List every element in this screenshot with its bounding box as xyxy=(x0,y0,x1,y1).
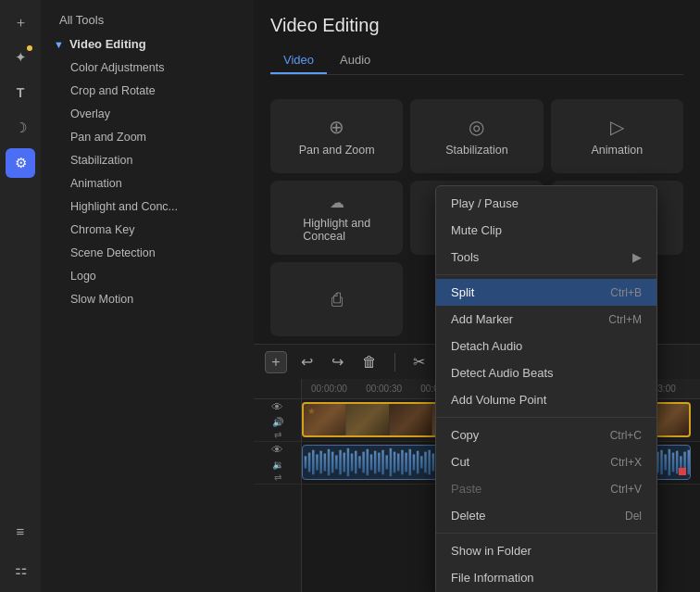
ctx-detach-audio[interactable]: Detach Audio xyxy=(436,333,656,359)
svg-rect-30 xyxy=(420,456,423,468)
ctx-show-folder[interactable]: Show in Folder xyxy=(436,537,656,564)
ctx-detach-audio-label: Detach Audio xyxy=(451,339,522,353)
color-adj-label: Color Adjustments xyxy=(70,61,164,74)
svg-rect-95 xyxy=(672,453,675,472)
svg-rect-14 xyxy=(358,456,361,468)
nav-pan-zoom[interactable]: Pan and Zoom xyxy=(44,126,250,148)
redo-button[interactable]: ↪ xyxy=(327,350,348,373)
cut-button[interactable]: ✂ xyxy=(408,350,430,373)
tool-pan-zoom[interactable]: ⊕ Pan and Zoom xyxy=(270,99,403,173)
svg-rect-20 xyxy=(381,450,384,475)
ctx-cut[interactable]: Cut Ctrl+X xyxy=(436,448,656,475)
svg-rect-9 xyxy=(339,450,342,475)
ctx-add-volume[interactable]: Add Volume Point xyxy=(436,386,656,413)
ctx-file-info[interactable]: File Information xyxy=(436,564,656,591)
page-title: Video Editing xyxy=(270,15,683,36)
svg-rect-27 xyxy=(409,449,412,475)
ctx-detect-beats[interactable]: Detect Audio Beats xyxy=(436,359,656,386)
toolbar-divider-1 xyxy=(394,353,395,372)
list-icon-btn[interactable]: ≡ xyxy=(6,516,35,546)
svg-rect-32 xyxy=(428,450,431,475)
nav-scene[interactable]: Scene Detection xyxy=(44,242,250,264)
undo-button[interactable]: ↩ xyxy=(296,350,318,373)
add-track-button[interactable]: + xyxy=(265,351,287,373)
track1-eye[interactable]: 👁 xyxy=(271,400,283,414)
ctx-cut-shortcut: Ctrl+X xyxy=(610,456,642,469)
ctx-sep-3 xyxy=(436,533,656,534)
ctx-split[interactable]: Split Ctrl+B xyxy=(436,279,656,306)
svg-rect-23 xyxy=(394,452,396,473)
ctx-delete-label: Delete xyxy=(451,509,486,523)
nav-color-adj[interactable]: Color Adjustments xyxy=(44,57,250,79)
svg-rect-92 xyxy=(660,450,663,475)
nav-crop-rotate[interactable]: Crop and Rotate xyxy=(44,80,250,102)
ctx-delete-shortcut: Del xyxy=(625,510,642,523)
all-tools-label: All Tools xyxy=(59,13,104,27)
ctx-paste-label: Paste xyxy=(451,482,481,496)
tool-stamp[interactable]: ⎙ xyxy=(270,262,403,336)
magic-icon-btn[interactable]: ✦ xyxy=(6,43,35,72)
tab-audio[interactable]: Audio xyxy=(327,47,383,74)
tool-animation[interactable]: ▷ Animation xyxy=(551,99,683,173)
svg-rect-12 xyxy=(351,454,354,472)
nav-animation[interactable]: Animation xyxy=(44,172,250,195)
main-header: Video Editing Video Audio xyxy=(254,0,700,99)
svg-rect-4 xyxy=(319,451,322,474)
ctx-paste-shortcut: Ctrl+V xyxy=(610,483,642,496)
add-icon-btn[interactable]: ＋ xyxy=(6,7,35,37)
nav-stabilization[interactable]: Stabilization xyxy=(44,149,250,171)
svg-rect-99 xyxy=(687,450,690,475)
ctx-add-marker[interactable]: Add Marker Ctrl+M xyxy=(436,306,656,333)
svg-rect-93 xyxy=(664,454,667,470)
svg-rect-16 xyxy=(367,449,369,475)
svg-rect-97 xyxy=(680,456,682,468)
ruler-mark-0: 00:00:00 xyxy=(309,384,364,394)
svg-rect-29 xyxy=(417,451,419,474)
text-icon-btn[interactable]: T xyxy=(6,78,35,107)
ctx-play-pause[interactable]: Play / Pause xyxy=(436,190,656,217)
nav-overlay[interactable]: Overlay xyxy=(44,103,250,125)
chroma-label: Chroma Key xyxy=(70,223,134,236)
track1-link-icon: ⇄ xyxy=(274,430,281,440)
track2-link-icon: ⇄ xyxy=(274,472,281,483)
nav-all-tools[interactable]: All Tools xyxy=(44,8,250,31)
pan-zoom-card-label: Pan and Zoom xyxy=(299,144,375,157)
ctx-tools[interactable]: Tools ▶ xyxy=(436,244,656,271)
svg-rect-28 xyxy=(413,454,416,470)
svg-rect-17 xyxy=(370,454,373,470)
tool-stabilization[interactable]: ◎ Stabilization xyxy=(410,99,543,173)
ctx-show-folder-label: Show in Folder xyxy=(451,544,531,558)
nav-video-editing[interactable]: ▼ Video Editing xyxy=(44,32,250,56)
moon-icon-btn[interactable]: ☽ xyxy=(6,113,35,143)
nav-highlight[interactable]: Highlight and Conc... xyxy=(44,195,250,218)
ctx-tools-arrow: ▶ xyxy=(632,250,642,264)
nav-logo[interactable]: Logo xyxy=(44,265,250,287)
overlay-label: Overlay xyxy=(70,107,110,120)
track2-eye[interactable]: 👁 xyxy=(271,443,283,457)
nav-chroma[interactable]: Chroma Key xyxy=(44,219,250,241)
ctx-split-shortcut: Ctrl+B xyxy=(610,286,642,299)
ctx-copy[interactable]: Copy Ctrl+C xyxy=(436,422,656,448)
svg-rect-25 xyxy=(401,450,404,475)
icon-rail: ＋ ✦ T ☽ ⚙ ≡ ⚏ xyxy=(0,0,41,592)
audio-clip-end-dot xyxy=(679,468,686,475)
crop-rotate-label: Crop and Rotate xyxy=(70,84,156,97)
svg-rect-6 xyxy=(328,449,331,475)
svg-rect-24 xyxy=(397,454,400,472)
ctx-split-label: Split xyxy=(451,285,474,299)
svg-rect-1 xyxy=(308,453,311,472)
ctx-tools-label: Tools xyxy=(451,250,479,264)
tool-highlight[interactable]: ☁ Highlight andConceal xyxy=(270,181,403,255)
tab-video[interactable]: Video xyxy=(270,47,327,74)
highlight-card-label: Highlight andConceal xyxy=(303,217,370,243)
svg-rect-15 xyxy=(362,452,365,473)
nav-slow-motion[interactable]: Slow Motion xyxy=(44,288,250,310)
list2-icon-btn[interactable]: ⚏ xyxy=(6,555,35,585)
ctx-copy-shortcut: Ctrl+C xyxy=(610,429,642,442)
gear-icon-btn[interactable]: ⚙ xyxy=(6,148,35,178)
ctx-mute-clip[interactable]: Mute Clip xyxy=(436,217,656,244)
svg-rect-18 xyxy=(374,451,377,474)
ctx-delete[interactable]: Delete Del xyxy=(436,502,656,529)
stabilization-card-label: Stabilization xyxy=(445,144,507,157)
delete-button[interactable]: 🗑 xyxy=(357,351,381,373)
